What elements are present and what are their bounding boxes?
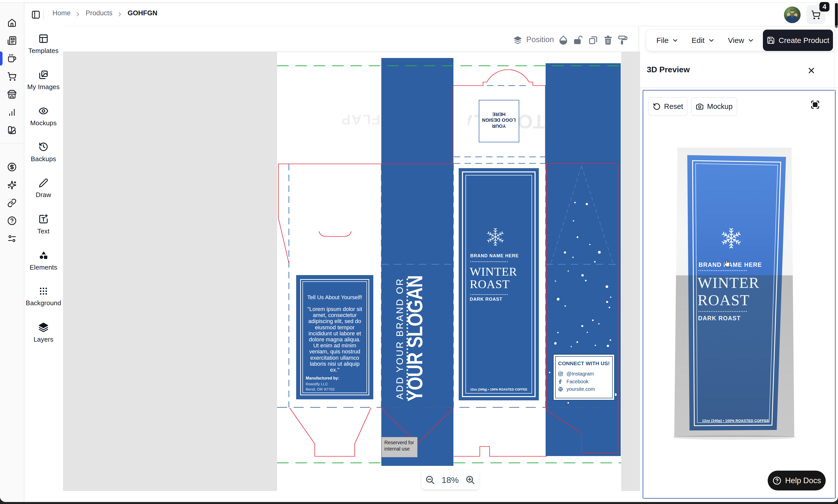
svg-text:BRAND NAME HERE: BRAND NAME HERE	[699, 262, 762, 268]
